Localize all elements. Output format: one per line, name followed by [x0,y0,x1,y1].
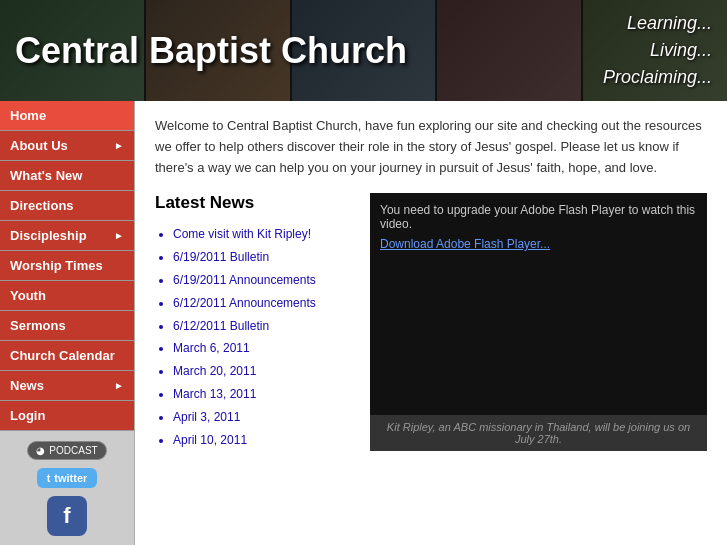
sidebar-link-youth[interactable]: Youth [0,281,134,310]
sidebar-item-sermons[interactable]: Sermons [0,311,134,341]
sidebar-label-discipleship: Discipleship [10,228,87,243]
sidebar-item-directions[interactable]: Directions [0,191,134,221]
facebook-badge[interactable]: f [47,496,87,536]
list-item: Come visit with Kit Ripley! [173,223,355,246]
sidebar-link-login[interactable]: Login [0,401,134,430]
news-link[interactable]: 6/19/2011 Announcements [173,273,316,287]
list-item: 6/19/2011 Announcements [173,269,355,292]
sidebar-label-login: Login [10,408,45,423]
sidebar-item-youth[interactable]: Youth [0,281,134,311]
news-link[interactable]: April 10, 2011 [173,433,247,447]
sidebar-link-sermons[interactable]: Sermons [0,311,134,340]
news-link[interactable]: March 6, 2011 [173,341,250,355]
twitter-label: twitter [54,472,87,484]
list-item: April 3, 2011 [173,406,355,429]
list-item: 6/19/2011 Bulletin [173,246,355,269]
sidebar-link-discipleship[interactable]: Discipleship ► [0,221,134,250]
news-heading: Latest News [155,193,355,213]
flash-notice: You need to upgrade your Adobe Flash Pla… [380,203,697,231]
sidebar-label-youth: Youth [10,288,46,303]
sidebar-item-about-us[interactable]: About Us ► [0,131,134,161]
sidebar-label-news: News [10,378,44,393]
tagline-line2: Living... [603,37,712,64]
content-columns: Latest News Come visit with Kit Ripley! … [155,193,707,451]
sidebar-item-login[interactable]: Login [0,401,134,431]
sidebar-label-home: Home [10,108,46,123]
video-caption: Kit Ripley, an ABC missionary in Thailan… [370,415,707,451]
podcast-label: PODCAST [49,445,97,456]
sidebar-label-church-calendar: Church Calendar [10,348,115,363]
chevron-right-icon: ► [114,380,124,391]
twitter-badge[interactable]: t twitter [37,468,98,488]
sidebar-label-about-us: About Us [10,138,68,153]
list-item: March 6, 2011 [173,337,355,360]
sidebar-item-home[interactable]: Home [0,101,134,131]
sidebar-social: ◕ PODCAST t twitter f [0,431,134,545]
list-item: 6/12/2011 Bulletin [173,315,355,338]
tagline-line3: Proclaiming... [603,64,712,91]
news-link[interactable]: March 20, 2011 [173,364,256,378]
main-content: Welcome to Central Baptist Church, have … [135,101,727,545]
site-header: Central Baptist Church Learning... Livin… [0,0,727,101]
video-panel: You need to upgrade your Adobe Flash Pla… [370,193,707,451]
main-layout: Home About Us ► What's New Directions [0,101,727,545]
sidebar-item-discipleship[interactable]: Discipleship ► [0,221,134,251]
sidebar-link-news[interactable]: News ► [0,371,134,400]
sidebar-label-whats-new: What's New [10,168,82,183]
site-title: Central Baptist Church [15,30,407,72]
sidebar: Home About Us ► What's New Directions [0,101,135,545]
facebook-icon: f [63,503,70,529]
chevron-right-icon: ► [114,140,124,151]
sidebar-item-church-calendar[interactable]: Church Calendar [0,341,134,371]
podcast-icon: ◕ [36,445,45,456]
sidebar-item-news[interactable]: News ► [0,371,134,401]
sidebar-link-worship-times[interactable]: Worship Times [0,251,134,280]
sidebar-label-directions: Directions [10,198,74,213]
list-item: March 13, 2011 [173,383,355,406]
site-tagline: Learning... Living... Proclaiming... [603,10,712,91]
chevron-right-icon: ► [114,230,124,241]
sidebar-item-whats-new[interactable]: What's New [0,161,134,191]
sidebar-link-church-calendar[interactable]: Church Calendar [0,341,134,370]
list-item: March 20, 2011 [173,360,355,383]
list-item: April 10, 2011 [173,429,355,452]
news-link[interactable]: 6/19/2011 Bulletin [173,250,269,264]
sidebar-link-whats-new[interactable]: What's New [0,161,134,190]
news-link[interactable]: 6/12/2011 Announcements [173,296,316,310]
video-area: You need to upgrade your Adobe Flash Pla… [370,193,707,415]
sidebar-label-worship-times: Worship Times [10,258,103,273]
sidebar-link-directions[interactable]: Directions [0,191,134,220]
sidebar-label-sermons: Sermons [10,318,66,333]
sidebar-link-home[interactable]: Home [0,101,134,130]
news-link[interactable]: Come visit with Kit Ripley! [173,227,311,241]
news-list: Come visit with Kit Ripley! 6/19/2011 Bu… [155,223,355,451]
sidebar-link-about-us[interactable]: About Us ► [0,131,134,160]
podcast-badge[interactable]: ◕ PODCAST [27,441,106,460]
tagline-line1: Learning... [603,10,712,37]
news-link[interactable]: 6/12/2011 Bulletin [173,319,269,333]
latest-news-section: Latest News Come visit with Kit Ripley! … [155,193,355,451]
list-item: 6/12/2011 Announcements [173,292,355,315]
news-link[interactable]: March 13, 2011 [173,387,256,401]
flash-download-link[interactable]: Download Adobe Flash Player... [380,237,550,251]
news-link[interactable]: April 3, 2011 [173,410,240,424]
twitter-icon: t [47,472,51,484]
sidebar-item-worship-times[interactable]: Worship Times [0,251,134,281]
welcome-text: Welcome to Central Baptist Church, have … [155,116,707,178]
sidebar-nav: Home About Us ► What's New Directions [0,101,134,431]
